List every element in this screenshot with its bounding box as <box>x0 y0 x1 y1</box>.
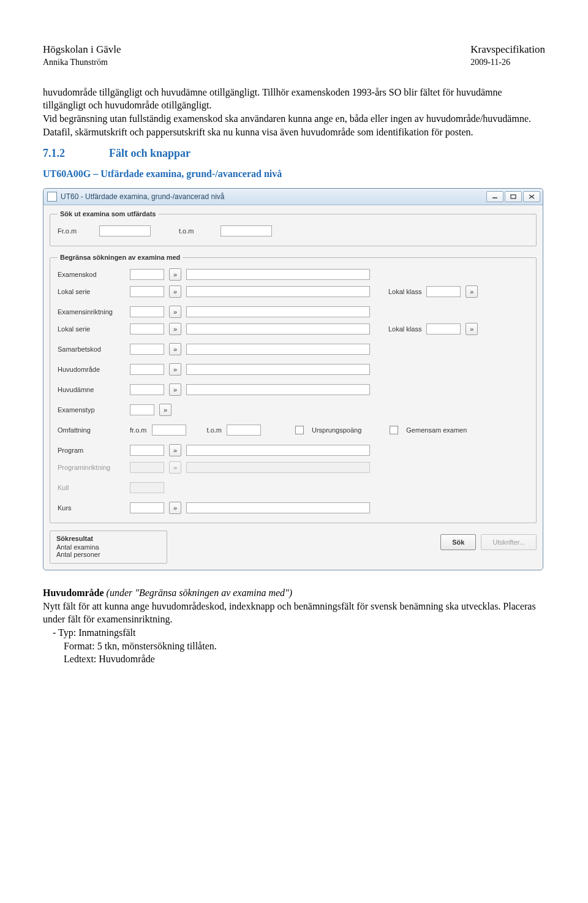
input-omf-to[interactable] <box>227 425 261 436</box>
input-huvudomrade[interactable] <box>130 364 164 375</box>
fieldset-sok-ut-examina: Sök ut examina som utfärdats Fr.o.m t.o.… <box>50 210 537 246</box>
label-lokal-serie-2: Lokal serie <box>58 325 125 333</box>
close-icon <box>529 194 535 199</box>
lower-text: Huvudområde (under "Begränsa sökningen a… <box>43 586 545 666</box>
index-button-program[interactable]: » <box>169 444 181 456</box>
index-button-huvudomrade[interactable]: » <box>169 363 181 376</box>
label-from: Fr.o.m <box>58 227 94 235</box>
row-programinriktning: Programinriktning » <box>58 459 529 476</box>
display-examensinriktning[interactable] <box>186 306 370 317</box>
index-button-kurs[interactable]: » <box>169 502 181 514</box>
minimize-button[interactable] <box>486 191 503 202</box>
input-kurs[interactable] <box>130 502 164 513</box>
page-header: Högskolan i Gävle Annika Thunström Kravs… <box>43 43 545 69</box>
list-item-typ: - Typ: Inmatningsfält <box>43 626 545 640</box>
input-examensinriktning[interactable] <box>130 306 164 317</box>
display-kurs[interactable] <box>186 502 370 513</box>
heading-bold: Huvudområde <box>43 588 104 598</box>
dialog-body: Sök ut examina som utfärdats Fr.o.m t.o.… <box>43 205 543 570</box>
dialog-titlebar[interactable]: UT60 - Utfärdade examina, grund-/avancer… <box>43 189 543 205</box>
label-lokal-klass-1: Lokal klass <box>388 288 421 295</box>
date-range-row: Fr.o.m t.o.m <box>58 222 529 240</box>
index-button-examenskod[interactable]: » <box>169 268 181 281</box>
row-examenskod: Examenskod » <box>58 266 529 283</box>
label-omf-to: t.o.m <box>207 426 222 434</box>
index-button-lokal-serie-1[interactable]: » <box>169 285 181 298</box>
input-examenskod[interactable] <box>130 269 164 280</box>
input-lokal-serie-2[interactable] <box>130 323 164 334</box>
fieldset-legend-2: Begränsa sökningen av examina med <box>58 254 183 261</box>
header-left: Högskolan i Gävle Annika Thunström <box>43 43 121 69</box>
display-examenskod[interactable] <box>186 269 370 280</box>
label-kurs: Kurs <box>58 504 125 512</box>
label-ursprungspoang: Ursprungspoäng <box>312 426 361 434</box>
heading-italic: (under "Begränsa sökningen av examina me… <box>104 588 293 598</box>
index-button-huvudamne[interactable]: » <box>169 383 181 396</box>
checkbox-gemensam-examen[interactable] <box>390 426 398 434</box>
display-samarbetskod[interactable] <box>186 344 370 355</box>
label-gemensam-examen: Gemensam examen <box>406 426 467 434</box>
display-program[interactable] <box>186 445 370 456</box>
header-institution: Högskolan i Gävle <box>43 43 121 57</box>
input-lokal-klass-2[interactable] <box>426 323 461 334</box>
display-huvudomrade[interactable] <box>186 364 370 375</box>
line-ledtext: Ledtext: Huvudområde <box>43 652 545 666</box>
label-examenstyp: Examenstyp <box>58 406 125 414</box>
sok-button[interactable]: Sök <box>440 534 476 550</box>
minimize-icon <box>492 194 498 199</box>
subheading: UT60A00G – Utfärdade examina, grund-/ava… <box>43 168 545 179</box>
input-examenstyp[interactable] <box>130 404 154 415</box>
row-lokal-serie-1: Lokal serie » Lokal klass » <box>58 283 529 300</box>
display-lokal-serie-1[interactable] <box>186 286 370 297</box>
index-button-lokal-klass-1[interactable]: » <box>466 285 478 298</box>
section-heading: 7.1.2 Fält och knappar <box>43 147 545 160</box>
display-lokal-serie-2[interactable] <box>186 323 370 334</box>
input-lokal-serie-1[interactable] <box>130 286 164 297</box>
index-button-programinriktning: » <box>169 461 181 474</box>
header-date: 2009-11-26 <box>470 57 545 69</box>
input-samarbetskod[interactable] <box>130 344 164 355</box>
header-doc-type: Kravspecifikation <box>470 43 545 57</box>
label-omfattning: Omfattning <box>58 426 125 434</box>
results-legend: Sökresultat <box>56 535 160 542</box>
label-omf-from: fr.o.m <box>130 426 147 434</box>
input-to-date[interactable] <box>221 225 272 236</box>
row-omfattning: Omfattning fr.o.m t.o.m Ursprungspoäng G… <box>58 421 529 439</box>
input-from-date[interactable] <box>99 225 151 236</box>
index-button-lokal-klass-2[interactable]: » <box>466 323 478 335</box>
label-program: Program <box>58 447 125 454</box>
paragraph-4: Nytt fält för att kunna ange huvudområde… <box>43 600 545 626</box>
input-lokal-klass-1[interactable] <box>426 286 461 297</box>
display-huvudamne[interactable] <box>186 384 370 395</box>
paragraph-3: Datafil, skärmutskrift och pappersutskri… <box>43 126 545 139</box>
row-kull: Kull <box>58 479 529 496</box>
paragraph-1: huvudområde tillgängligt och huvudämne o… <box>43 86 545 112</box>
dialog-app-icon <box>47 192 57 202</box>
index-button-examensinriktning[interactable]: » <box>169 306 181 318</box>
row-lokal-serie-2: Lokal serie » Lokal klass » <box>58 320 529 338</box>
index-button-examenstyp[interactable]: » <box>159 404 172 416</box>
input-programinriktning <box>130 462 164 473</box>
section-title: Fält och knappar <box>109 147 190 159</box>
section-number: 7.1.2 <box>43 147 65 159</box>
label-huvudamne: Huvudämne <box>58 386 125 393</box>
body-text: huvudområde tillgängligt och huvudämne o… <box>43 86 545 138</box>
label-programinriktning: Programinriktning <box>58 464 125 471</box>
dialog-title: UT60 - Utfärdade examina, grund-/avancer… <box>61 192 485 201</box>
checkbox-ursprungspoang[interactable] <box>295 426 304 434</box>
input-program[interactable] <box>130 445 164 456</box>
input-huvudamne[interactable] <box>130 384 164 395</box>
input-omf-from[interactable] <box>152 425 186 436</box>
row-huvudomrade: Huvudområde » <box>58 361 529 378</box>
index-button-lokal-serie-2[interactable]: » <box>169 323 181 335</box>
row-samarbetskod: Samarbetskod » <box>58 341 529 358</box>
label-lokal-serie-1: Lokal serie <box>58 288 125 295</box>
fieldset-begransa: Begränsa sökningen av examina med Examen… <box>50 254 537 523</box>
line-format: Format: 5 tkn, mönstersökning tillåten. <box>43 640 545 653</box>
label-huvudomrade: Huvudområde <box>58 366 125 373</box>
fieldset-sokresultat: Sökresultat Antal examina Antal personer <box>50 531 167 564</box>
maximize-button[interactable] <box>505 191 522 202</box>
header-author: Annika Thunström <box>43 57 121 69</box>
index-button-samarbetskod[interactable]: » <box>169 343 181 355</box>
close-button[interactable] <box>523 191 540 202</box>
